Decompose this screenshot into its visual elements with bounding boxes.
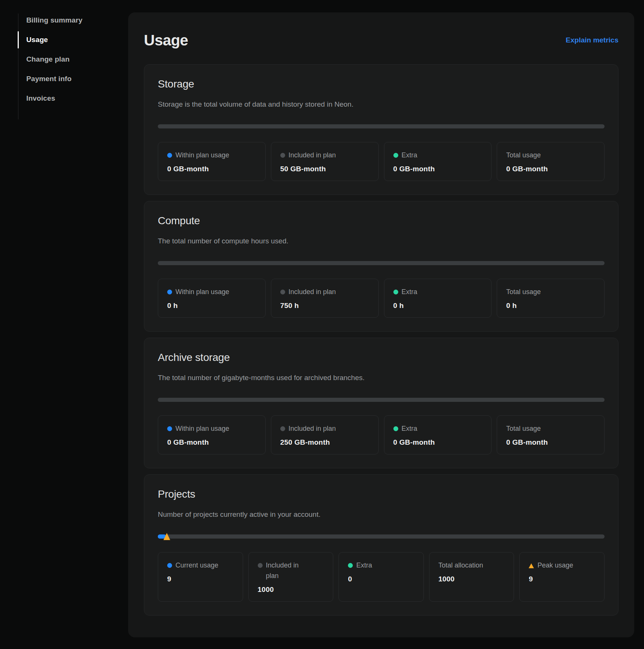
section-storage: StorageStorage is the total volume of da… [144, 64, 618, 195]
section-description: Storage is the total volume of data and … [158, 99, 605, 109]
gray-dot-icon [258, 563, 263, 568]
stat-card-label-text: Total allocation [438, 560, 483, 571]
stat-card-label-text: Total usage [506, 150, 541, 160]
stat-card-label-text: Included in plan [289, 287, 336, 297]
stat-card-current-usage: Current usage9 [158, 552, 243, 602]
usage-progress-bar [158, 124, 605, 128]
stat-card-label: Total usage [506, 287, 595, 297]
blue-dot-icon [167, 153, 172, 158]
usage-progress-bar [158, 398, 605, 402]
stat-card-extra: Extra0 GB-month [384, 415, 492, 454]
blue-dot-icon [167, 290, 172, 294]
stat-card-label-text: Within plan usage [175, 423, 229, 434]
sidebar-item-usage[interactable]: Usage [18, 30, 112, 50]
sidebar-item-invoices[interactable]: Invoices [18, 89, 112, 108]
green-dot-icon [393, 426, 398, 431]
stat-card-label: Total usage [506, 423, 595, 434]
stat-card-label-text: Included in plan [289, 150, 336, 160]
stat-card-value: 0 h [506, 302, 595, 310]
stat-card-value: 750 h [280, 302, 369, 310]
gray-dot-icon [280, 426, 285, 431]
stat-cards-row: Within plan usage0 hIncluded in plan750 … [158, 279, 605, 318]
sidebar-item-label: Change plan [26, 55, 70, 63]
sidebar-item-change-plan[interactable]: Change plan [18, 50, 112, 69]
stat-card-extra: Extra0 GB-month [384, 142, 492, 181]
stat-card-included-in-plan: Included in plan250 GB-month [271, 415, 379, 454]
stat-card-total-usage: Total usage0 GB-month [497, 415, 605, 454]
stat-card-extra: Extra0 [339, 552, 424, 602]
stat-card-within-plan-usage: Within plan usage0 GB-month [158, 142, 266, 181]
stat-card-label: Extra [393, 150, 482, 160]
stat-card-value: 0 h [393, 302, 482, 310]
stat-card-value: 9 [167, 575, 234, 583]
stat-card-label: Peak usage [529, 560, 595, 571]
section-title: Archive storage [158, 352, 605, 364]
green-dot-icon [393, 153, 398, 158]
stat-card-total-usage: Total usage0 h [497, 279, 605, 318]
gray-dot-icon [280, 290, 285, 294]
green-dot-icon [393, 290, 398, 294]
stat-card-extra: Extra0 h [384, 279, 492, 318]
section-title: Storage [158, 78, 605, 90]
stat-card-value: 0 h [167, 302, 256, 310]
usage-progress-bar [158, 534, 605, 539]
stat-card-label: Total allocation [438, 560, 505, 571]
stat-card-label: Included in plan [280, 287, 369, 297]
stat-card-value: 0 GB-month [167, 165, 256, 173]
stat-card-within-plan-usage: Within plan usage0 h [158, 279, 266, 318]
stat-card-included-in-plan: Included in plan1000 [248, 552, 334, 602]
sidebar-item-label: Billing summary [26, 16, 82, 24]
stat-card-label-text: Extra [356, 560, 372, 571]
stat-card-label-text: Peak usage [537, 560, 573, 571]
stat-card-label-text: Extra [402, 423, 417, 434]
stat-card-label: Within plan usage [167, 287, 256, 297]
green-dot-icon [348, 563, 353, 568]
section-archive-storage: Archive storageThe total number of gigab… [144, 338, 618, 468]
stat-card-value: 0 GB-month [167, 438, 256, 447]
stat-cards-row: Within plan usage0 GB-monthIncluded in p… [158, 142, 605, 181]
section-title: Projects [158, 488, 605, 500]
stat-card-label-text: Total usage [506, 423, 541, 434]
billing-sidebar: Billing summaryUsageChange planPayment i… [18, 11, 112, 108]
stat-card-value: 9 [529, 575, 595, 583]
stat-card-value: 0 GB-month [506, 438, 595, 447]
stat-card-label: Included in plan [280, 423, 369, 434]
blue-dot-icon [167, 563, 172, 568]
sidebar-item-label: Payment info [26, 75, 72, 83]
stat-card-label-text: Within plan usage [175, 287, 229, 297]
stat-card-within-plan-usage: Within plan usage0 GB-month [158, 415, 266, 454]
usage-panel: Usage Explain metrics StorageStorage is … [128, 12, 634, 637]
section-description: The total number of gigabyte-months used… [158, 373, 605, 383]
stat-card-label: Included in plan [280, 150, 369, 160]
stat-card-label: Extra [393, 287, 482, 297]
stat-card-total-allocation: Total allocation1000 [429, 552, 514, 602]
stat-card-label-text: Extra [402, 287, 417, 297]
section-description: The total number of compute hours used. [158, 236, 605, 246]
section-projects: ProjectsNumber of projects currently act… [144, 474, 618, 616]
stat-cards-row: Current usage9Included in plan1000Extra0… [158, 552, 605, 602]
sidebar-item-payment-info[interactable]: Payment info [18, 69, 112, 89]
stat-card-value: 1000 [438, 575, 505, 583]
stat-card-label-text: Included in plan [289, 423, 336, 434]
stat-card-value: 50 GB-month [280, 165, 369, 173]
section-description: Number of projects currently active in y… [158, 509, 605, 519]
section-title: Compute [158, 215, 605, 227]
stat-card-label: Included in plan [258, 560, 324, 581]
stat-card-value: 1000 [258, 586, 324, 594]
stat-card-label: Extra [393, 423, 482, 434]
usage-progress-bar [158, 261, 605, 265]
explain-metrics-link[interactable]: Explain metrics [566, 36, 618, 44]
section-compute: ComputeThe total number of compute hours… [144, 201, 618, 332]
stat-card-included-in-plan: Included in plan750 h [271, 279, 379, 318]
stat-card-label: Extra [348, 560, 414, 571]
blue-dot-icon [167, 426, 172, 431]
sidebar-item-billing-summary[interactable]: Billing summary [18, 11, 112, 30]
stat-card-label-text: Current usage [175, 560, 218, 571]
stat-card-value: 0 GB-month [506, 165, 595, 173]
stat-card-label: Within plan usage [167, 150, 256, 160]
stat-card-label-text: Included in plan [266, 560, 299, 581]
sidebar-item-label: Usage [26, 36, 48, 44]
peak-triangle-icon [529, 563, 534, 568]
stat-card-label-text: Within plan usage [175, 150, 229, 160]
stat-card-label: Total usage [506, 150, 595, 160]
